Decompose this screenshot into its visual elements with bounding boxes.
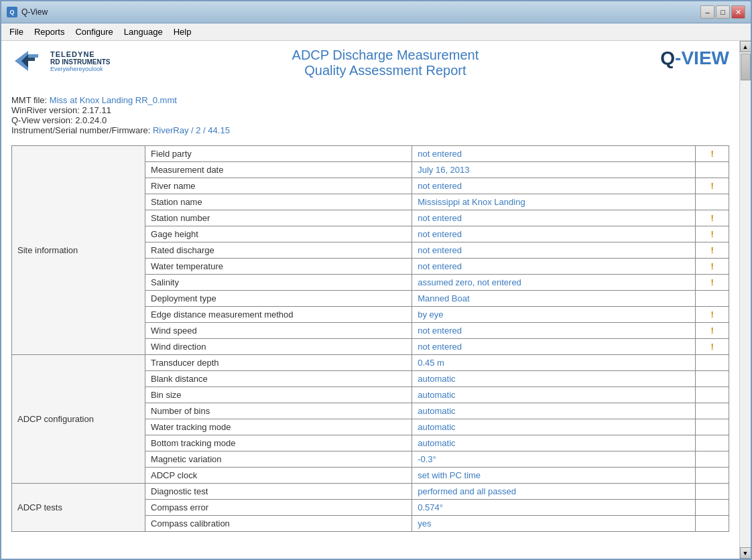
field-value: 0.574° — [412, 500, 696, 516]
winriver-label: WinRiver version: — [11, 105, 80, 115]
scrollbar: ▲ ▼ — [739, 41, 751, 559]
field-value: 0.45 m — [412, 355, 696, 371]
field-value: not entered — [412, 178, 696, 194]
winriver-value: 2.17.11 — [82, 105, 111, 115]
field-name: Water temperature — [145, 259, 412, 275]
field-name: Measurement date — [145, 162, 412, 178]
alert-indicator — [696, 162, 729, 178]
field-name: Diagnostic test — [145, 484, 412, 500]
field-value: automatic — [412, 419, 696, 435]
header-section: TELEDYNE RD INSTRUMENTS Everywhereyouloo… — [11, 48, 729, 85]
rd-instruments-name: RD INSTRUMENTS — [50, 58, 110, 66]
alert-indicator — [696, 451, 729, 468]
field-value: not entered — [412, 339, 696, 355]
section-label-1: ADCP configuration — [12, 355, 145, 484]
scroll-up-button[interactable]: ▲ — [740, 41, 751, 52]
field-name: Wind speed — [145, 323, 412, 339]
field-value: not entered — [412, 259, 696, 275]
field-name: River name — [145, 178, 412, 194]
report-title-line1: ADCP Discharge Measurement — [110, 48, 660, 63]
alert-indicator — [696, 419, 729, 435]
app-icon: Q — [7, 7, 17, 17]
alert-indicator: ! — [696, 146, 729, 162]
alert-indicator: ! — [696, 275, 729, 291]
alert-indicator: ! — [696, 259, 729, 275]
alert-indicator — [696, 500, 729, 516]
instrument-label: Instrument/Serial number/Firmware: — [11, 125, 150, 135]
content-area: TELEDYNE RD INSTRUMENTS Everywhereyouloo… — [1, 41, 751, 559]
field-name: Blank distance — [145, 371, 412, 387]
field-name: Station number — [145, 210, 412, 226]
alert-indicator: ! — [696, 242, 729, 259]
main-content: TELEDYNE RD INSTRUMENTS Everywhereyouloo… — [1, 41, 739, 559]
alert-indicator — [696, 484, 729, 500]
alert-indicator — [696, 194, 729, 210]
report-title-line2: Quality Assessment Report — [110, 63, 660, 78]
minimize-button[interactable]: – — [700, 5, 714, 19]
field-value: yes — [412, 516, 696, 532]
alert-indicator — [696, 516, 729, 532]
qview-version-label: Q-View version: — [11, 115, 73, 125]
close-button[interactable]: ✕ — [731, 5, 745, 19]
field-value: not entered — [412, 226, 696, 242]
alert-indicator — [696, 371, 729, 387]
qview-version-line: Q-View version: 2.0.24.0 — [11, 115, 729, 125]
scroll-down-button[interactable]: ▼ — [740, 547, 751, 559]
section-label-0: Site information — [12, 146, 145, 355]
menu-configure[interactable]: Configure — [70, 25, 118, 39]
alert-indicator: ! — [696, 339, 729, 355]
field-name: Rated discharge — [145, 242, 412, 259]
mmt-value[interactable]: Miss at Knox Landing RR_0.mmt — [50, 95, 177, 105]
alert-indicator — [696, 355, 729, 371]
section-label-2: ADCP tests — [12, 484, 145, 532]
field-name: Compass calibration — [145, 516, 412, 532]
table-row: ADCP configurationTransducer depth0.45 m — [12, 355, 729, 371]
menu-reports[interactable]: Reports — [29, 25, 70, 39]
scroll-thumb[interactable] — [741, 54, 751, 80]
table-row: ADCP testsDiagnostic testperformed and a… — [12, 484, 729, 500]
alert-indicator — [696, 468, 729, 484]
field-value: not entered — [412, 323, 696, 339]
field-value: performed and all passed — [412, 484, 696, 500]
alert-indicator: ! — [696, 226, 729, 242]
teledyne-name: TELEDYNE — [50, 50, 110, 58]
meta-info: MMT file: Miss at Knox Landing RR_0.mmt … — [11, 95, 729, 135]
main-window: Q Q-View – □ ✕ File Reports Configure La… — [0, 0, 752, 560]
teledyne-logo-icon — [11, 48, 45, 74]
field-name: Compass error — [145, 500, 412, 516]
title-bar-left: Q Q-View — [7, 7, 48, 17]
menu-bar: File Reports Configure Language Help — [1, 23, 751, 41]
field-name: Edge distance measurement method — [145, 307, 412, 323]
alert-indicator: ! — [696, 307, 729, 323]
field-value: July 16, 2013 — [412, 162, 696, 178]
menu-language[interactable]: Language — [119, 25, 168, 39]
alert-indicator: ! — [696, 323, 729, 339]
mmt-file-line: MMT file: Miss at Knox Landing RR_0.mmt — [11, 95, 729, 105]
field-name: Wind direction — [145, 339, 412, 355]
menu-file[interactable]: File — [4, 25, 29, 39]
field-value: not entered — [412, 210, 696, 226]
field-name: Number of bins — [145, 403, 412, 419]
logo-text: TELEDYNE RD INSTRUMENTS Everywhereyouloo… — [50, 50, 110, 72]
data-table: Site informationField partynot entered!M… — [11, 145, 729, 532]
field-value: -0.3° — [412, 451, 696, 468]
field-name: Field party — [145, 146, 412, 162]
field-value: not entered — [412, 146, 696, 162]
alert-indicator: ! — [696, 210, 729, 226]
tagline: Everywhereyoulook — [50, 66, 110, 72]
field-name: Station name — [145, 194, 412, 210]
maximize-button[interactable]: □ — [716, 5, 730, 19]
mmt-label: MMT file: — [11, 95, 47, 105]
field-name: Bottom tracking mode — [145, 435, 412, 451]
field-value: automatic — [412, 403, 696, 419]
alert-indicator — [696, 403, 729, 419]
instrument-value: RiverRay / 2 / 44.15 — [153, 125, 230, 135]
field-name: Salinity — [145, 275, 412, 291]
field-value: set with PC time — [412, 468, 696, 484]
field-name: Gage height — [145, 226, 412, 242]
field-value: assumed zero, not entered — [412, 275, 696, 291]
field-value: automatic — [412, 387, 696, 403]
field-name: Bin size — [145, 387, 412, 403]
alert-indicator — [696, 435, 729, 451]
menu-help[interactable]: Help — [168, 25, 197, 39]
